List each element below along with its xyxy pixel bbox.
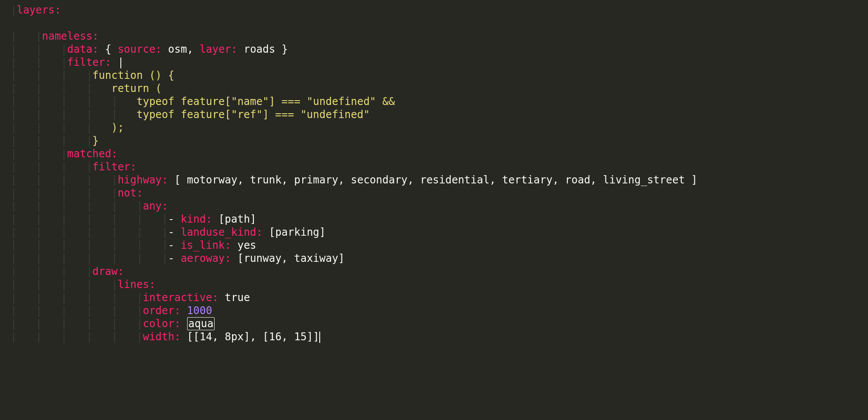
key-kind: kind: bbox=[181, 213, 212, 225]
js-line: function () { bbox=[92, 69, 174, 81]
js-line: typeof feature["name"] === "undefined" &… bbox=[137, 95, 395, 108]
key-aeroway: aeroway: bbox=[181, 252, 231, 264]
key-not: not: bbox=[118, 187, 143, 199]
text-cursor bbox=[319, 332, 320, 343]
code-editor[interactable]: |layers: | |nameless: | | |data: { sourc… bbox=[0, 0, 868, 343]
key-layers: layers: bbox=[17, 4, 61, 16]
key-width: width: bbox=[143, 331, 181, 343]
js-line: return ( bbox=[111, 82, 162, 95]
key-order: order: bbox=[143, 305, 181, 317]
js-line: typeof feature["ref"] === "undefined" bbox=[137, 108, 370, 121]
key-source: source: bbox=[118, 43, 162, 55]
key-matched: matched: bbox=[67, 148, 118, 160]
key-filter: filter: bbox=[92, 161, 137, 173]
key-lines: lines: bbox=[118, 278, 156, 291]
js-line: } bbox=[92, 135, 99, 147]
key-color: color: bbox=[143, 318, 181, 330]
key-is-link: is_link: bbox=[181, 239, 231, 251]
key-layer: layer: bbox=[200, 43, 238, 55]
key-nameless: nameless: bbox=[42, 30, 99, 42]
key-interactive: interactive: bbox=[143, 291, 218, 304]
key-draw: draw: bbox=[92, 265, 124, 278]
js-line: ); bbox=[111, 122, 124, 134]
key-landuse-kind: landuse_kind: bbox=[181, 226, 263, 238]
key-any: any: bbox=[143, 200, 168, 212]
key-filter: filter: bbox=[67, 56, 111, 68]
color-value-highlighted: aqua bbox=[187, 317, 215, 330]
key-data: data: bbox=[67, 43, 99, 55]
key-highway: highway: bbox=[118, 174, 168, 186]
